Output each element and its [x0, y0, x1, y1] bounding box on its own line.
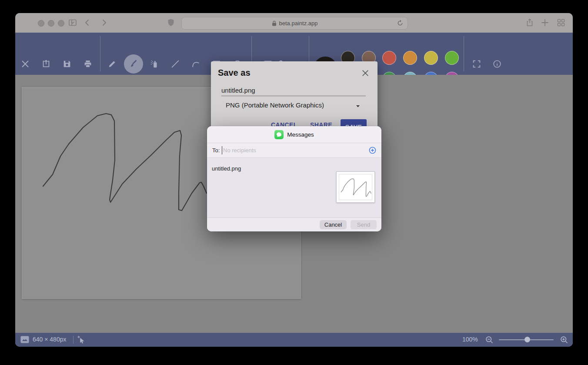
messages-header: Messages [207, 126, 381, 143]
titlebar: beta.paintz.app [15, 13, 573, 33]
forward-icon[interactable] [100, 18, 108, 27]
brush-tool[interactable] [124, 54, 143, 74]
curve-tool[interactable] [186, 54, 205, 74]
attachment-name: untitled.png [212, 165, 241, 172]
attachment-thumbnail[interactable] [336, 171, 375, 203]
thumbnail-image [339, 174, 372, 200]
tab-overview-icon[interactable] [557, 18, 565, 27]
format-select[interactable]: PNG (Portable Network Graphics) [226, 101, 324, 109]
to-label: To: [212, 147, 220, 154]
privacy-shield-icon[interactable] [166, 18, 176, 27]
filename-input[interactable] [221, 84, 366, 96]
save-as-dialog: Save as PNG (Portable Network Graphics) … [211, 61, 378, 136]
messages-app-icon [274, 130, 284, 139]
close-window-button[interactable] [38, 20, 44, 27]
line-tool[interactable] [166, 54, 185, 74]
swatch-orange[interactable] [403, 51, 417, 65]
recipient-row[interactable]: To: [207, 143, 381, 158]
save-dialog-title: Save as [218, 68, 251, 78]
swatch-red[interactable] [382, 51, 396, 65]
text-caret [222, 146, 222, 154]
zoom-out-icon[interactable] [485, 335, 494, 345]
messages-cancel-button[interactable]: Cancel [320, 220, 347, 229]
cursor-position-icon [77, 335, 86, 345]
clear-button[interactable] [16, 54, 35, 74]
zoom-in-icon[interactable] [560, 335, 569, 345]
lock-icon [272, 20, 277, 26]
status-bar: 640 × 480px 100% [15, 333, 573, 347]
address-bar[interactable]: beta.paintz.app [181, 17, 408, 30]
new-tab-icon[interactable] [541, 18, 549, 27]
print-button[interactable] [78, 54, 97, 74]
messages-footer: Cancel Send [207, 218, 381, 231]
recipient-input[interactable] [223, 146, 354, 155]
format-dropdown-icon[interactable] [355, 104, 361, 108]
save-button[interactable] [57, 54, 77, 74]
messages-share-dialog: Messages To: untitled.png Cancel Send [207, 126, 381, 231]
chevron-down-icon[interactable] [70, 20, 75, 25]
canvas-size-label: 640 × 480px [33, 336, 66, 343]
zoom-level-label: 100% [462, 336, 478, 343]
back-icon[interactable] [83, 18, 92, 27]
messages-title: Messages [287, 131, 314, 138]
swatch-yellow[interactable] [424, 51, 438, 65]
url-text: beta.paintz.app [279, 20, 318, 27]
info-button[interactable] [488, 54, 507, 74]
open-button[interactable] [37, 54, 56, 74]
fullscreen-button[interactable] [467, 54, 486, 74]
zoom-slider-thumb[interactable] [525, 337, 530, 342]
pencil-tool[interactable] [103, 54, 122, 74]
image-size-icon [20, 336, 29, 343]
airbrush-tool[interactable] [145, 54, 164, 74]
reload-icon[interactable] [397, 20, 404, 27]
add-recipient-icon[interactable] [368, 146, 377, 154]
swatch-lime-green[interactable] [445, 51, 459, 65]
close-icon[interactable] [360, 68, 371, 78]
minimize-window-button[interactable] [48, 20, 54, 27]
messages-send-button[interactable]: Send [351, 220, 377, 229]
share-page-icon[interactable] [525, 18, 535, 27]
